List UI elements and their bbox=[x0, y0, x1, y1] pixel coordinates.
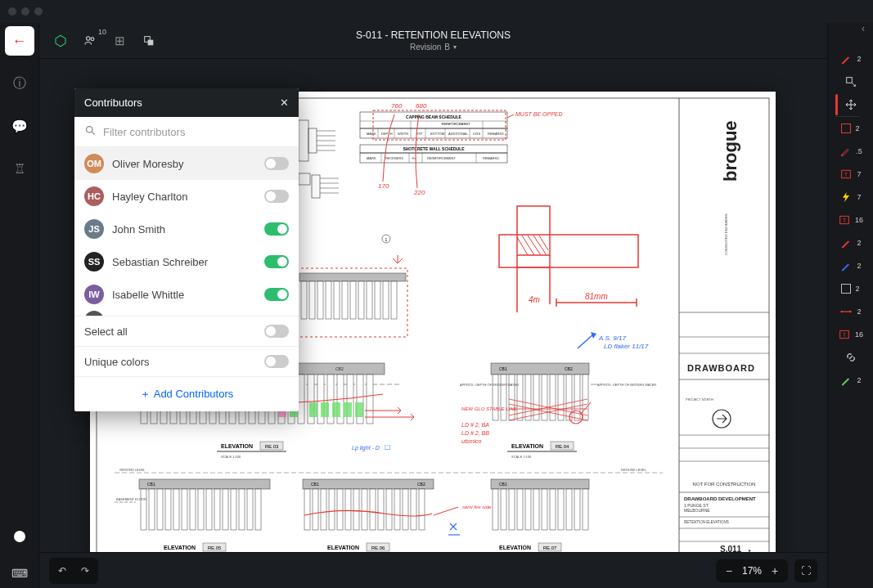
layers-button[interactable] bbox=[49, 29, 72, 52]
svg-text:CONSULTING ENGINEERS: CONSULTING ENGINEERS bbox=[724, 213, 728, 255]
panel-close-button[interactable]: ✕ bbox=[280, 97, 289, 109]
keyboard-icon[interactable]: ⌨ bbox=[11, 567, 28, 580]
compare-button[interactable] bbox=[137, 29, 160, 52]
tool-rect-gray[interactable]: 2 bbox=[835, 277, 866, 300]
tool-rect-red-1[interactable]: 2 bbox=[835, 117, 866, 140]
select-all-toggle[interactable] bbox=[264, 325, 289, 338]
svg-text:LD # 2, BA: LD # 2, BA bbox=[461, 422, 489, 428]
svg-point-2 bbox=[91, 37, 94, 40]
zoom-value: 17% bbox=[742, 565, 762, 577]
redo-button[interactable]: ↷ bbox=[75, 561, 95, 581]
svg-line-6 bbox=[92, 132, 94, 134]
contributor-filter-input[interactable] bbox=[103, 126, 289, 138]
svg-text:760: 760 bbox=[391, 102, 403, 110]
left-rail: ← ⓘ 💬 ♖ ⌨ bbox=[0, 23, 39, 588]
max-window-dot[interactable] bbox=[34, 7, 43, 16]
svg-rect-218 bbox=[303, 479, 434, 489]
tool-size-label: 2 bbox=[857, 262, 861, 270]
tool-text-red-3[interactable]: T16 bbox=[835, 323, 866, 346]
unique-colors-toggle[interactable] bbox=[264, 355, 289, 368]
tool-size-label: 2 bbox=[855, 285, 859, 293]
svg-point-267 bbox=[849, 311, 852, 313]
revision-selector[interactable]: Revision B ▾ bbox=[356, 43, 511, 52]
zoom-control: − 17% + bbox=[716, 559, 788, 582]
right-tool-rail: ‹ 22.5T77T162222T162 bbox=[827, 23, 873, 588]
contributor-row[interactable]: JSJohn Smith bbox=[74, 213, 299, 245]
svg-rect-156 bbox=[375, 281, 380, 319]
contributor-toggle[interactable] bbox=[264, 288, 289, 301]
avatar: OM bbox=[84, 154, 104, 173]
contributor-toggle[interactable] bbox=[264, 255, 289, 268]
fullscreen-button[interactable]: ⛶ bbox=[794, 559, 817, 582]
svg-rect-259 bbox=[846, 78, 852, 83]
svg-rect-146 bbox=[299, 273, 406, 281]
svg-text:RE.06: RE.06 bbox=[371, 545, 385, 550]
contributor-row[interactable]: IWIsabelle Whittle bbox=[74, 278, 299, 311]
tool-line-red[interactable]: 2 bbox=[835, 300, 866, 323]
back-button[interactable]: ← bbox=[5, 26, 34, 56]
svg-rect-226 bbox=[345, 489, 351, 530]
zoom-in-button[interactable]: + bbox=[770, 564, 780, 577]
svg-rect-148 bbox=[309, 281, 315, 319]
info-button[interactable]: ⓘ bbox=[5, 69, 34, 98]
select-all-row[interactable]: Select all bbox=[74, 316, 299, 346]
contributor-toggle[interactable] bbox=[264, 157, 289, 170]
tool-pen-blue[interactable]: 2 bbox=[835, 254, 866, 277]
svg-rect-229 bbox=[370, 489, 376, 530]
contributor-row[interactable]: OMOliver Moresby bbox=[74, 147, 299, 180]
svg-point-266 bbox=[841, 311, 844, 313]
contributor-row[interactable]: HCHayley Charlton bbox=[74, 180, 299, 213]
svg-rect-157 bbox=[383, 281, 389, 319]
min-window-dot[interactable] bbox=[21, 7, 29, 16]
svg-rect-173 bbox=[583, 375, 588, 420]
tool-cursor-select[interactable] bbox=[835, 70, 866, 93]
svg-text:CB1: CB1 bbox=[499, 482, 507, 487]
tool-pen-red-2[interactable]: 2 bbox=[835, 231, 866, 254]
svg-point-260 bbox=[841, 155, 843, 156]
svg-rect-228 bbox=[362, 489, 367, 530]
tool-pen-green[interactable]: 2 bbox=[835, 369, 866, 392]
zoom-out-button[interactable]: − bbox=[724, 564, 734, 577]
chevron-down-icon: ▾ bbox=[453, 43, 457, 51]
canvas-viewport[interactable]: Contributors ✕ OMOliver MoresbyHCHayley … bbox=[39, 59, 827, 552]
svg-line-74 bbox=[528, 236, 541, 255]
add-contributors-button[interactable]: ＋Add Contributors bbox=[74, 376, 299, 411]
svg-text:REMARKS: REMARKS bbox=[488, 132, 504, 136]
svg-line-75 bbox=[533, 236, 547, 255]
svg-rect-163 bbox=[501, 375, 506, 420]
svg-text:☐: ☐ bbox=[385, 444, 390, 451]
unique-colors-row[interactable]: Unique colors bbox=[74, 346, 299, 376]
contributor-toggle[interactable] bbox=[264, 190, 289, 203]
comments-button[interactable]: 💬 bbox=[5, 111, 34, 141]
stamp-button[interactable]: ♖ bbox=[5, 154, 34, 183]
contributor-name: Hayley Charlton bbox=[112, 191, 256, 203]
tool-link[interactable] bbox=[835, 346, 866, 369]
svg-rect-210 bbox=[247, 489, 253, 530]
svg-text:SCALE 1:100: SCALE 1:100 bbox=[511, 455, 532, 459]
tool-text-red-2[interactable]: T16 bbox=[835, 209, 866, 231]
svg-rect-91 bbox=[299, 173, 310, 185]
tool-pen-red[interactable]: 2 bbox=[835, 47, 866, 70]
svg-text:T: T bbox=[843, 218, 846, 223]
svg-rect-222 bbox=[313, 489, 318, 530]
close-window-dot[interactable] bbox=[8, 7, 16, 16]
tool-highlighter[interactable]: 7 bbox=[835, 186, 866, 209]
collapse-rail-button[interactable]: ‹ bbox=[862, 23, 865, 34]
svg-rect-246 bbox=[517, 489, 523, 530]
svg-rect-85 bbox=[308, 128, 317, 153]
contributor-row[interactable]: SSSebastian Schreiber bbox=[74, 245, 299, 278]
info-icon: ⓘ bbox=[13, 75, 26, 92]
svg-text:ELEVATION: ELEVATION bbox=[499, 545, 531, 550]
compare-icon bbox=[142, 34, 155, 47]
tool-text-red-1[interactable]: T7 bbox=[835, 163, 866, 186]
svg-rect-166 bbox=[525, 375, 531, 420]
grid-button[interactable]: ⊞ bbox=[108, 29, 131, 52]
undo-button[interactable]: ↶ bbox=[52, 561, 72, 581]
svg-rect-203 bbox=[190, 489, 196, 530]
tool-eyedropper[interactable]: .5 bbox=[835, 140, 866, 163]
contributors-button[interactable]: 10 bbox=[79, 29, 101, 52]
tool-move[interactable] bbox=[835, 93, 866, 116]
tool-size-label: 2 bbox=[857, 239, 861, 247]
contributor-toggle[interactable] bbox=[264, 222, 289, 236]
svg-rect-251 bbox=[558, 489, 564, 530]
